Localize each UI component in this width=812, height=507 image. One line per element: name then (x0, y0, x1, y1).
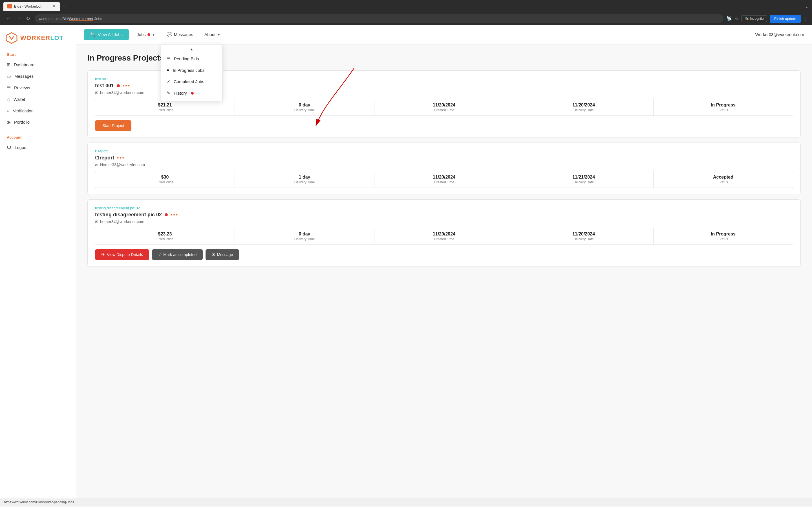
view-all-jobs-button[interactable]: 🔍 View All Jobs (84, 29, 129, 40)
view-dispute-button[interactable]: 👁 View Dispute Details (95, 249, 149, 260)
nav-back-button[interactable]: ← (4, 15, 12, 23)
job3-delivery-date-value: 11/20/2024 (518, 231, 649, 237)
sidebar-reviews-label: Reviews (14, 86, 30, 90)
job2-dots-button[interactable]: ••• (117, 155, 125, 161)
job3-created-value: 11/20/2024 (379, 231, 509, 237)
main-header: 🔍 View All Jobs Jobs ▼ ▲ ☰ Pending Bids … (76, 25, 812, 45)
job1-status: In Progress Status (654, 99, 793, 115)
address-bar: ← → ↻ workerlot.com/Bid/Worker-current-J… (0, 12, 812, 25)
job1-delivery-time: 0 day Delivery Time (235, 99, 374, 115)
chrome-menu-button[interactable]: ⋮ (804, 16, 808, 21)
cast-icon[interactable]: 📡 (726, 16, 732, 21)
page-body: WORKERLOT Start ⊞ Dashboard ▭ Messages ☰… (0, 25, 812, 499)
tab-favicon (7, 4, 12, 8)
tab-close-icon[interactable]: ✕ (52, 4, 56, 8)
email-icon-2: ✉ (95, 163, 98, 167)
job3-tag: testing disagreement pic 02 (95, 206, 793, 210)
sidebar-messages-label: Messages (14, 74, 34, 78)
job3-delivery-date: 11/20/2024 Delivery Date (514, 228, 654, 244)
job3-delivery-time: 0 day Delivery Time (235, 228, 374, 244)
mark-complete-button[interactable]: ✓ Mark as completed (152, 249, 203, 260)
sidebar-section-label-account: Account (0, 133, 76, 142)
browser-chrome: Bids - WorkerLot ✕ + ⌄ (0, 0, 812, 12)
nav-refresh-button[interactable]: ↻ (24, 14, 32, 23)
sidebar-item-logout[interactable]: ⏻ Logout (0, 142, 76, 153)
job1-meta: $21.21 Fixed Price 0 day Delivery Time 1… (95, 99, 793, 116)
nav-forward-button[interactable]: → (14, 15, 22, 23)
finish-update-button[interactable]: Finish update (770, 15, 801, 23)
dropdown-item-history[interactable]: ✎ History (161, 87, 222, 99)
jobs-nav-label: Jobs (137, 32, 146, 37)
jobs-red-dot (147, 33, 150, 36)
history-icon: ✎ (167, 91, 170, 96)
eye-icon: 👁 (101, 252, 105, 257)
messages-icon: ▭ (7, 73, 11, 79)
dropdown-item-in-progress[interactable]: ● In Progress Jobs (161, 64, 222, 76)
active-tab[interactable]: Bids - WorkerLot ✕ (3, 2, 60, 11)
sidebar-item-portfolio[interactable]: ◉ Portfolio (0, 116, 76, 128)
job1-dots-button[interactable]: ••• (123, 83, 131, 89)
job3-delivery-time-label: Delivery Time (239, 237, 370, 241)
svg-marker-0 (6, 33, 17, 43)
job2-delivery-date-value: 11/21/2024 (518, 175, 649, 180)
mark-complete-label: Mark as completed (163, 252, 197, 257)
email-icon-3: ✉ (95, 219, 98, 224)
logout-icon: ⏻ (7, 145, 11, 150)
job2-title: t1report (95, 155, 114, 161)
sidebar-portfolio-label: Portfolio (14, 120, 30, 124)
job1-delivery-date: 11/20/2024 Delivery Date (514, 99, 654, 115)
about-nav-label: About (204, 32, 215, 37)
job1-created-label: Created Time (379, 108, 509, 112)
sidebar-item-dashboard[interactable]: ⊞ Dashboard (0, 59, 76, 70)
about-nav-item[interactable]: About ▼ (201, 30, 224, 39)
header-user-email: Worker03@workerlot.com (755, 32, 804, 37)
view-dispute-label: View Dispute Details (107, 252, 143, 257)
logo: WORKERLOT (6, 32, 70, 44)
url-underline-part: Worker-current (69, 17, 93, 21)
job2-created-label: Created Time (379, 180, 509, 184)
dropdown-item-pending-bids[interactable]: ☰ Pending Bids (161, 53, 222, 64)
job1-email: homer34@workerlot.com (100, 91, 144, 95)
sidebar-item-messages[interactable]: ▭ Messages (0, 70, 76, 82)
message-button[interactable]: ✉ Message (206, 249, 239, 260)
jobs-nav-item[interactable]: Jobs ▼ (133, 30, 159, 39)
incognito-button[interactable]: 🎭 Incognito (742, 15, 767, 22)
bookmark-icon[interactable]: ☆ (735, 16, 739, 21)
sidebar-verification-label: Verification (13, 108, 34, 113)
sidebar-item-verification[interactable]: ○ Verification (0, 105, 76, 116)
job1-delivery-date-label: Delivery Date (518, 108, 649, 112)
start-project-button-1[interactable]: Start Project (95, 120, 132, 131)
job3-dots-button[interactable]: ••• (170, 212, 179, 218)
job3-delivery-date-label: Delivery Date (518, 237, 649, 241)
sidebar-logout-label: Logout (15, 145, 28, 150)
dashboard-icon: ⊞ (7, 62, 10, 67)
sidebar-wallet-label: Wallet (13, 97, 25, 102)
job2-created-value: 11/20/2024 (379, 175, 509, 180)
job2-meta: $30 Fixed Price 1 day Delivery Time 11/2… (95, 171, 793, 188)
job2-delivery-date-label: Delivery Date (518, 180, 649, 184)
email-icon-1: ✉ (95, 91, 98, 95)
sidebar-item-wallet[interactable]: ◇ Wallet (0, 94, 76, 105)
check-icon: ✓ (158, 252, 161, 257)
sidebar-dashboard-label: Dashboard (14, 62, 35, 67)
job3-status-label: Status (658, 237, 788, 241)
url-bar[interactable]: workerlot.com/Bid/Worker-current-Jobs (35, 14, 723, 23)
about-dropdown-icon: ▼ (217, 33, 220, 37)
logo-area: WORKERLOT (0, 29, 76, 51)
tab-dropdown-button[interactable]: ⌄ (805, 4, 809, 9)
job3-created: 11/20/2024 Created Time (374, 228, 514, 244)
new-tab-button[interactable]: + (60, 3, 68, 9)
job2-delivery-time-value: 1 day (239, 175, 370, 180)
history-label: History (174, 91, 187, 96)
messages-nav-item[interactable]: 💬 Messages (163, 30, 197, 40)
in-progress-icon: ● (167, 68, 169, 73)
job3-status-value: In Progress (658, 231, 788, 237)
job3-actions: 👁 View Dispute Details ✓ Mark as complet… (95, 249, 793, 260)
sidebar-item-reviews[interactable]: ☰ Reviews (0, 82, 76, 94)
job2-price-label: Fixed Price (100, 180, 230, 184)
url-text-before: workerlot.com/Bid/ (39, 17, 69, 21)
job2-status-value: Accepted (658, 175, 788, 180)
tab-bar: Bids - WorkerLot ✕ + ⌄ (3, 2, 809, 11)
sidebar-section-account: Account ⏻ Logout (0, 133, 76, 153)
dropdown-item-completed[interactable]: ✓ Completed Jobs (161, 76, 222, 87)
